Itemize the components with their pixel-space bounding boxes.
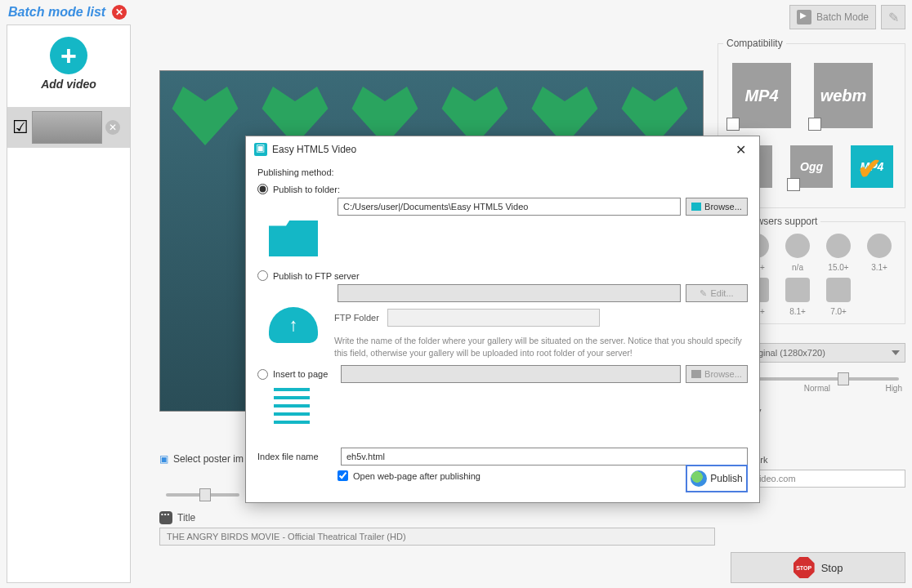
safari-icon (867, 234, 892, 258)
wand-icon: ✎ (888, 10, 899, 25)
ftp-hint: Write the name of the folder where your … (334, 335, 743, 359)
app-logo-icon (254, 143, 267, 156)
stop-label: Stop (821, 562, 843, 574)
plus-icon: + (50, 37, 87, 74)
remove-batch-item-icon[interactable]: ✕ (105, 120, 120, 135)
insert-page-input[interactable] (341, 365, 681, 383)
open-after-checkbox[interactable] (338, 470, 348, 481)
publish-ftp-radio[interactable] (257, 270, 268, 281)
batch-item-row[interactable]: ☑ ✕ (7, 107, 130, 148)
batch-item-checkbox[interactable]: ☑ (12, 117, 29, 138)
publish-folder-radio[interactable] (257, 184, 268, 194)
title-label: Title (177, 512, 195, 523)
batch-item-thumbnail[interactable] (32, 111, 102, 144)
film-icon (797, 10, 811, 24)
picture-icon: ▣ (159, 453, 168, 465)
insert-page-radio[interactable] (257, 369, 268, 380)
dialog-title: Easy HTML5 Video (272, 144, 356, 155)
folder-large-icon (269, 220, 318, 256)
dialog-close-button[interactable]: ✕ (731, 140, 751, 159)
batch-list-title: Batch mode list (8, 5, 105, 20)
browse-folder-button[interactable]: Browse... (686, 198, 748, 216)
insert-page-label: Insert to page (273, 369, 328, 379)
wand-button[interactable]: ✎ (881, 5, 905, 29)
index-file-label: Index file name (257, 452, 334, 461)
ftp-select[interactable] (338, 284, 681, 302)
batch-mode-button[interactable]: Batch Mode (789, 5, 876, 29)
format-ogg[interactable]: Ogg (787, 142, 836, 191)
publish-button[interactable]: Publish (686, 465, 748, 492)
stop-button[interactable]: STOP Stop (731, 552, 905, 583)
format-mp4-checkbox[interactable] (726, 118, 740, 131)
blackberry-icon (826, 278, 851, 302)
batch-mode-panel: Batch mode list ✕ + Add video ☑ ✕ (0, 0, 137, 588)
publish-folder-label: Publish to folder: (273, 185, 340, 194)
windows-icon (785, 278, 810, 302)
folder-path-input[interactable]: C:/Users/user|/Documents\Easy HTML5 Vide… (338, 198, 681, 216)
pencil-icon: ✎ (700, 288, 707, 299)
add-video-label: Add video (7, 78, 130, 91)
publish-ftp-label: Publish to FTP server (273, 271, 360, 281)
opera-icon (826, 234, 851, 258)
format-mp4low[interactable]: MP4 ✔ (847, 142, 896, 191)
stop-icon: STOP (794, 557, 815, 578)
close-batch-list-icon[interactable]: ✕ (112, 5, 127, 20)
cloud-upload-icon: ↑ (269, 307, 318, 343)
browser-empty (861, 278, 898, 317)
ftp-folder-input[interactable] (387, 309, 600, 327)
compatibility-legend: Compatibility (723, 38, 786, 49)
check-icon: ✔ (857, 152, 882, 186)
firefox-icon (785, 234, 810, 258)
format-webm-checkbox[interactable] (808, 118, 821, 131)
ftp-folder-label: FTP Folder (334, 313, 379, 323)
chevron-down-icon (892, 350, 900, 355)
add-video-button[interactable]: + Add video (7, 25, 130, 97)
browser-opera: 15.0+ (820, 234, 857, 273)
browser-safari: 3.1+ (861, 234, 898, 273)
format-mp4[interactable]: MP4 (726, 60, 797, 131)
open-after-label: Open web-page after publishing (353, 471, 481, 481)
poster-slider[interactable] (166, 493, 239, 497)
browser-windows: 8.1+ (779, 278, 816, 317)
format-webm[interactable]: webm (808, 60, 878, 131)
browser-firefox: n/a (779, 234, 816, 273)
title-input[interactable]: THE ANGRY BIRDS MOVIE - Official Theatri… (159, 528, 715, 546)
slider-thumb[interactable] (838, 372, 849, 385)
index-file-input[interactable]: eh5v.html (341, 448, 748, 466)
browser-blackberry: 7.0+ (820, 278, 857, 317)
folder-icon (691, 203, 701, 211)
publish-dialog: Easy HTML5 Video ✕ Publishing method: Pu… (245, 136, 760, 503)
batch-mode-label: Batch Mode (816, 11, 869, 23)
page-large-icon (274, 388, 310, 427)
publishing-method-label: Publishing method: (257, 167, 748, 177)
insert-browse-button[interactable]: Browse... (686, 365, 748, 383)
slider-thumb[interactable] (199, 488, 211, 501)
globe-icon (691, 470, 707, 487)
folder-icon (691, 370, 701, 378)
ftp-edit-button[interactable]: ✎ Edit... (686, 284, 748, 302)
format-ogg-checkbox[interactable] (787, 178, 800, 191)
select-poster-label: Select poster im (173, 453, 244, 465)
speech-icon (159, 511, 172, 524)
